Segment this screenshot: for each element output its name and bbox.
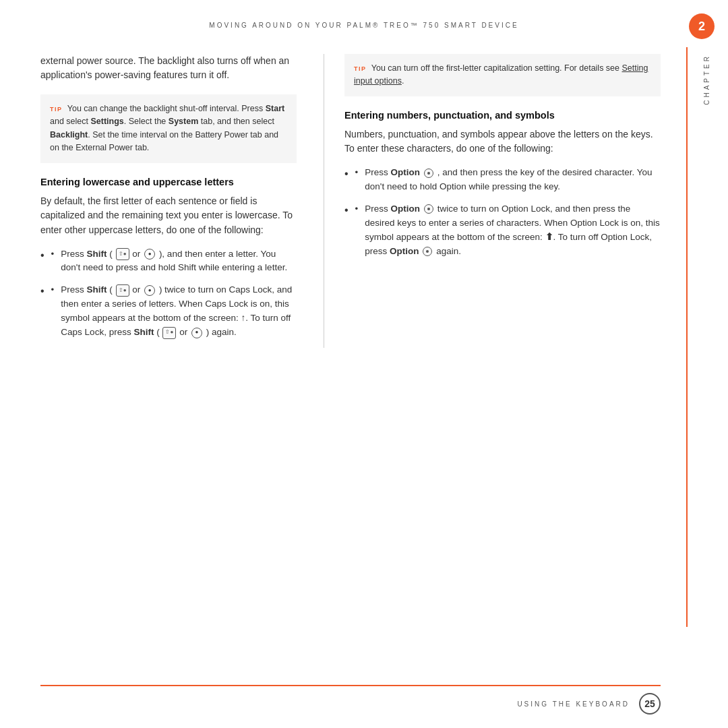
tip-label: TIP <box>50 106 63 113</box>
shift-icon-left: ⇧● <box>116 248 129 260</box>
shift-icon-left2: ⇧● <box>116 284 129 297</box>
option-icon-3 <box>423 247 432 256</box>
bullet-list-lowercase: • Press Shift ( ⇧● or ● ), and then ente… <box>40 247 297 340</box>
right-column: TIP You can turn off the first-letter ca… <box>324 54 661 348</box>
body-paragraph-lowercase: By default, the first letter of each sen… <box>40 194 297 238</box>
shift-icon-left3: ⇧● <box>162 327 176 339</box>
page-footer: USING THE KEYBOARD 25 <box>40 685 661 715</box>
tip-box-capitalization: TIP You can turn off the first-letter ca… <box>344 54 661 96</box>
footer-label: USING THE KEYBOARD <box>517 700 630 708</box>
intro-paragraph: external power source. The backlight als… <box>40 54 297 82</box>
body-paragraph-numbers: Numbers, punctuation, and symbols appear… <box>344 127 661 156</box>
option-icon-1 <box>424 169 433 178</box>
header-title: MOVING AROUND ON YOUR PALM® TREO™ 750 SM… <box>209 22 518 29</box>
shift-icon-right2: ● <box>144 285 155 296</box>
list-item: • Press Option twice to turn on Option L… <box>344 202 661 259</box>
shift-icon-right3: ● <box>191 328 202 338</box>
page-number: 25 <box>639 693 661 715</box>
chapter-label: CHAPTER <box>703 54 710 105</box>
option-icon-2 <box>424 204 433 214</box>
bullet-list-numbers: • Press Option , and then press the key … <box>344 166 661 259</box>
section-heading-numbers: Entering numbers, punctuation, and symbo… <box>344 110 661 121</box>
section-heading-lowercase: Entering lowercase and uppercase letters <box>40 177 297 187</box>
tip-label-right: TIP <box>354 65 367 72</box>
list-item: • Press Shift ( ⇧● or ● ) twice to turn … <box>40 283 297 340</box>
list-item: • Press Option , and then press the key … <box>344 166 661 194</box>
tip-box-backlight: TIP You can change the backlight shut-of… <box>40 94 297 163</box>
page-header: MOVING AROUND ON YOUR PALM® TREO™ 750 SM… <box>0 22 728 29</box>
list-item: • Press Shift ( ⇧● or ● ), and then ente… <box>40 247 297 276</box>
chapter-badge: 2 <box>689 13 715 39</box>
decorative-line <box>686 47 688 627</box>
two-column-layout: external power source. The backlight als… <box>40 54 661 348</box>
setting-input-link[interactable]: Setting input options <box>354 63 648 86</box>
left-column: external power source. The backlight als… <box>40 54 303 348</box>
shift-icon-right: ● <box>144 249 155 260</box>
main-content: external power source. The backlight als… <box>40 47 661 688</box>
